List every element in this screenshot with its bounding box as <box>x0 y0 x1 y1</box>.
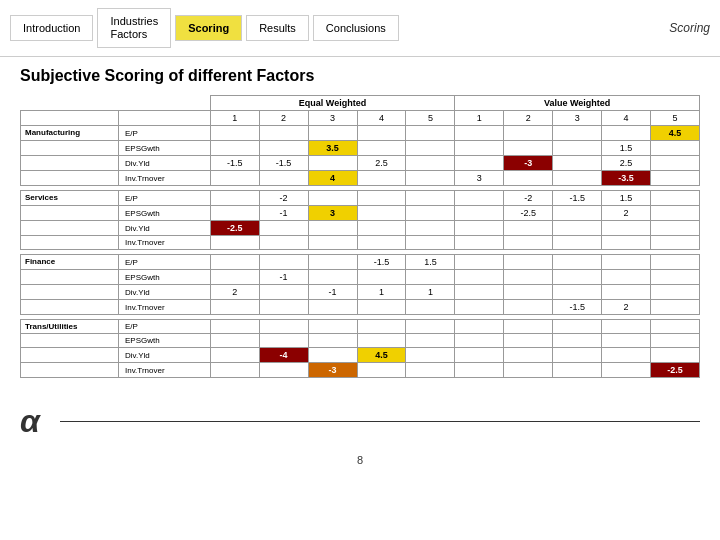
data-cell: 2.5 <box>357 156 406 171</box>
table-row: EPSGwth-1 <box>21 270 700 285</box>
data-cell <box>210 206 259 221</box>
data-cell <box>308 348 357 363</box>
col-vw-1: 1 <box>455 111 504 126</box>
row-label: Inv.Trnover <box>119 300 211 315</box>
data-cell: 3 <box>455 171 504 186</box>
data-cell <box>504 236 553 250</box>
data-cell <box>259 285 308 300</box>
data-cell <box>504 348 553 363</box>
data-cell <box>308 270 357 285</box>
data-cell: -1.5 <box>553 300 602 315</box>
data-cell <box>357 221 406 236</box>
nav-scoring-label: Scoring <box>669 21 710 35</box>
data-cell <box>602 285 651 300</box>
table-row: Div.Yld2-111 <box>21 285 700 300</box>
data-cell <box>651 191 700 206</box>
data-cell <box>455 320 504 334</box>
data-cell: -2 <box>504 191 553 206</box>
row-label: EPSGwth <box>119 270 211 285</box>
data-cell: -2 <box>259 191 308 206</box>
nav-item-introduction[interactable]: Introduction <box>10 15 93 41</box>
data-cell <box>308 334 357 348</box>
header-value-weighted: Value Weighted <box>455 96 700 111</box>
data-cell <box>357 171 406 186</box>
data-cell <box>455 221 504 236</box>
data-cell <box>210 270 259 285</box>
data-cell <box>210 320 259 334</box>
data-cell: -2.5 <box>504 206 553 221</box>
data-cell <box>455 126 504 141</box>
data-cell: 2 <box>210 285 259 300</box>
data-cell <box>602 348 651 363</box>
data-cell <box>406 221 455 236</box>
data-cell <box>259 300 308 315</box>
data-cell <box>357 141 406 156</box>
data-cell <box>651 156 700 171</box>
nav-item-scoring[interactable]: Scoring <box>175 15 242 41</box>
data-cell <box>210 126 259 141</box>
row-label: E/P <box>119 320 211 334</box>
page-title: Subjective Scoring of different Factors <box>20 67 700 85</box>
col-vw-2: 2 <box>504 111 553 126</box>
data-cell: -2.5 <box>210 221 259 236</box>
data-cell <box>504 126 553 141</box>
nav-item-industries[interactable]: IndustriesFactors <box>97 8 171 48</box>
section-label <box>21 348 119 363</box>
data-cell <box>504 221 553 236</box>
nav-label-conclusions: Conclusions <box>326 22 386 34</box>
table-row: Inv.Trnover-3-2.5 <box>21 363 700 378</box>
data-cell <box>259 126 308 141</box>
table-row: FinanceE/P-1.51.5 <box>21 255 700 270</box>
data-cell <box>651 171 700 186</box>
row-label: Inv.Trnover <box>119 236 211 250</box>
data-cell <box>455 236 504 250</box>
nav-label-results: Results <box>259 22 296 34</box>
col-ew-5: 5 <box>406 111 455 126</box>
data-cell <box>553 236 602 250</box>
data-cell <box>308 221 357 236</box>
section-label <box>21 300 119 315</box>
data-cell <box>504 334 553 348</box>
nav-item-results[interactable]: Results <box>246 15 309 41</box>
data-cell <box>651 236 700 250</box>
data-cell <box>210 171 259 186</box>
data-cell <box>455 270 504 285</box>
data-cell <box>504 255 553 270</box>
data-cell <box>259 334 308 348</box>
section-label <box>21 334 119 348</box>
data-cell <box>553 255 602 270</box>
data-cell <box>602 270 651 285</box>
data-cell <box>553 270 602 285</box>
data-cell <box>651 206 700 221</box>
data-cell <box>602 320 651 334</box>
data-cell <box>259 141 308 156</box>
header-equal-weighted: Equal Weighted <box>210 96 455 111</box>
data-cell: 3 <box>308 206 357 221</box>
nav-label-industries: IndustriesFactors <box>110 15 158 40</box>
data-cell: -1 <box>308 285 357 300</box>
data-cell: -2.5 <box>651 363 700 378</box>
row-label: EPSGwth <box>119 206 211 221</box>
data-cell <box>651 255 700 270</box>
row-label: Div.Yld <box>119 156 211 171</box>
data-cell: 1.5 <box>602 141 651 156</box>
table-row: Div.Yld-44.5 <box>21 348 700 363</box>
row-label: E/P <box>119 255 211 270</box>
section-label <box>21 285 119 300</box>
data-cell <box>406 206 455 221</box>
data-cell <box>504 270 553 285</box>
data-cell: 1 <box>406 285 455 300</box>
nav-item-conclusions[interactable]: Conclusions <box>313 15 399 41</box>
data-cell <box>406 363 455 378</box>
data-cell <box>455 141 504 156</box>
data-cell <box>259 255 308 270</box>
data-cell <box>357 363 406 378</box>
data-cell <box>210 236 259 250</box>
section-label: Manufacturing <box>21 126 119 141</box>
data-cell <box>504 285 553 300</box>
data-cell <box>259 363 308 378</box>
table-row: ServicesE/P-2-2-1.51.5 <box>21 191 700 206</box>
section-label <box>21 206 119 221</box>
data-cell <box>553 171 602 186</box>
data-cell <box>651 320 700 334</box>
